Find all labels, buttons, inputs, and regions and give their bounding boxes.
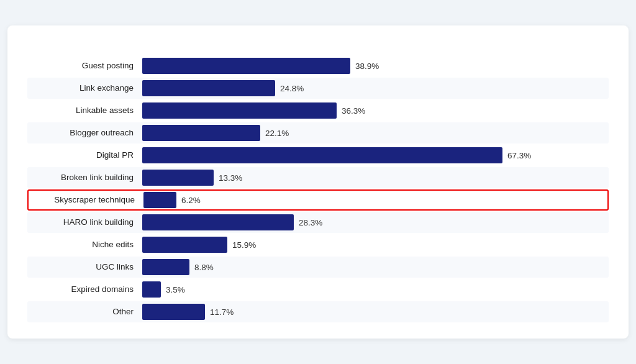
bar-row: Blogger outreach22.1%: [27, 122, 609, 143]
bar-container: 15.9%: [142, 237, 609, 253]
bar-value-label: 15.9%: [232, 240, 256, 250]
bar-fill: [142, 281, 161, 298]
bar-fill: [142, 147, 502, 163]
bar-label: Niche edits: [27, 240, 142, 250]
bar-label: Expired domains: [27, 284, 142, 294]
bar-row: Guest posting38.9%: [27, 55, 609, 76]
bar-value-label: 36.3%: [342, 106, 365, 116]
bar-value-label: 28.3%: [299, 218, 322, 227]
bar-fill: [143, 192, 176, 208]
bar-fill: [142, 170, 214, 186]
bar-container: 67.3%: [142, 147, 609, 163]
bar-row: HARO link building28.3%: [27, 212, 609, 233]
bar-label: Broken link building: [27, 173, 142, 183]
bar-row: Broken link building13.3%: [27, 167, 609, 188]
bar-value-label: 67.3%: [507, 151, 531, 160]
bar-container: 8.8%: [142, 259, 609, 275]
bar-container: 3.5%: [142, 281, 609, 298]
bar-fill: [142, 102, 337, 119]
bar-container: 38.9%: [142, 58, 609, 74]
bar-value-label: 24.8%: [280, 84, 304, 93]
bar-row: Niche edits15.9%: [27, 234, 609, 255]
bar-row: Skyscraper technique6.2%: [27, 189, 609, 211]
bar-container: 36.3%: [142, 102, 609, 119]
bar-label: UGC links: [27, 262, 142, 272]
bar-value-label: 6.2%: [181, 196, 201, 205]
bar-label: Other: [27, 307, 142, 317]
bar-label: Skyscraper technique: [29, 195, 143, 205]
bar-container: 24.8%: [142, 80, 609, 96]
bar-label: Blogger outreach: [27, 128, 142, 138]
chart-area: Guest posting38.9%Link exchange24.8%Link…: [27, 55, 609, 322]
bar-row: UGC links8.8%: [27, 257, 609, 278]
bar-fill: [142, 214, 294, 230]
bar-value-label: 8.8%: [194, 263, 214, 272]
bar-fill: [142, 304, 205, 320]
bar-row: Digital PR67.3%: [27, 145, 609, 166]
bar-value-label: 3.5%: [166, 285, 185, 294]
bar-fill: [142, 80, 275, 96]
bar-label: Link exchange: [27, 83, 142, 93]
bar-fill: [142, 237, 227, 253]
bar-container: 6.2%: [143, 192, 607, 208]
bar-value-label: 11.7%: [210, 307, 234, 317]
bar-label: HARO link building: [27, 217, 142, 227]
bar-container: 13.3%: [142, 170, 609, 186]
bar-label: Digital PR: [27, 150, 142, 160]
bar-row: Other11.7%: [27, 301, 609, 322]
bar-fill: [142, 58, 350, 74]
bar-value-label: 22.1%: [265, 129, 289, 138]
bar-row: Expired domains3.5%: [27, 279, 609, 300]
bar-label: Linkable assets: [27, 106, 142, 116]
bar-value-label: 13.3%: [219, 173, 242, 183]
bar-row: Link exchange24.8%: [27, 78, 609, 99]
bar-fill: [142, 125, 260, 141]
bar-fill: [142, 259, 189, 275]
bar-container: 22.1%: [142, 125, 609, 141]
chart-card: Guest posting38.9%Link exchange24.8%Link…: [7, 25, 629, 339]
bar-container: 28.3%: [142, 214, 609, 230]
bar-row: Linkable assets36.3%: [27, 100, 609, 121]
bar-value-label: 38.9%: [355, 61, 379, 71]
bar-container: 11.7%: [142, 304, 609, 320]
bar-label: Guest posting: [27, 61, 142, 71]
